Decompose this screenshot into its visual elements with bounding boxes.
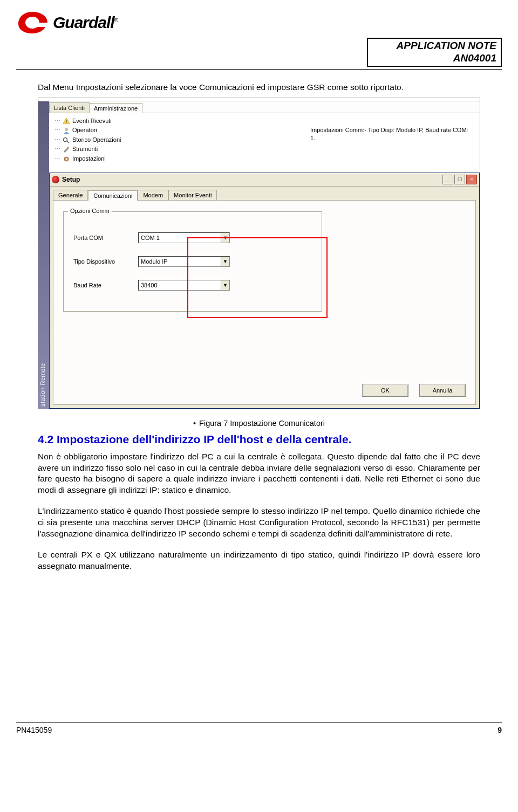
label-tipo-dispositivo: Tipo Dispositivo — [73, 258, 138, 265]
intro-paragraph: Dal Menu Impostazioni selezionare la voc… — [38, 82, 480, 92]
combo-tipo-dispositivo[interactable]: Modulo IP ▼ — [138, 256, 230, 267]
nav-tree: ⋯ ! Eventi Ricevuti ⋯ — [51, 116, 202, 169]
cancel-button[interactable]: Annulla — [419, 384, 466, 397]
tools-icon — [63, 146, 70, 153]
app-note-code: AN04001 — [372, 52, 496, 65]
label-baud-rate: Baud Rate — [73, 282, 138, 288]
ok-button[interactable]: OK — [362, 384, 408, 397]
section-heading: 4.2 Impostazione dell'indirizzo IP dell'… — [38, 433, 480, 446]
tab-comunicazioni[interactable]: Comunicazioni — [88, 190, 138, 201]
tab-lista-clienti[interactable]: Lista Clienti — [49, 102, 90, 113]
brand-logo-icon — [16, 11, 49, 35]
footer-page-number: 9 — [497, 726, 502, 734]
brand-text: Guardall — [53, 13, 114, 31]
setup-dialog: Setup _ □ × Generale Comunicazioni Modem — [49, 173, 480, 409]
tree-item-eventi[interactable]: ⋯ ! Eventi Ricevuti — [51, 116, 202, 126]
embedded-screenshot: station Remote Lista Clienti Amministraz… — [38, 98, 480, 409]
status-text: Impostazioni Comm:- Tipo Disp: Modulo IP… — [202, 116, 478, 169]
svg-point-0 — [25, 17, 39, 29]
body-para-3: Le centrali PX e QX utilizzano naturalme… — [38, 549, 480, 572]
setup-title: Setup — [62, 176, 442, 183]
body-para-2: L'indirizzamento statico è quando l'host… — [38, 506, 480, 540]
application-note-box: APPLICATION NOTE AN04001 — [367, 38, 502, 67]
side-ribbon: station Remote — [38, 101, 49, 409]
tab-amministrazione[interactable]: Amministrazione — [89, 103, 142, 113]
tree-label: Storico Operazioni — [72, 135, 121, 145]
combo-value: 38400 — [139, 281, 221, 290]
window-close-button[interactable]: × — [466, 175, 477, 184]
tree-item-impostazioni[interactable]: ⋯ Impostazioni — [51, 154, 202, 164]
svg-point-7 — [66, 158, 67, 160]
svg-text:!: ! — [66, 119, 67, 124]
warning-icon: ! — [63, 118, 70, 124]
svg-point-3 — [64, 137, 67, 141]
svg-line-4 — [67, 141, 69, 143]
chevron-down-icon[interactable]: ▼ — [221, 280, 229, 290]
app-note-label: APPLICATION NOTE — [372, 40, 496, 52]
user-icon — [63, 127, 70, 134]
window-maximize-button[interactable]: □ — [454, 175, 465, 184]
combo-baud-rate[interactable]: 38400 ▼ — [138, 280, 230, 291]
footer-rule — [16, 722, 502, 722]
tree-label: Impostazioni — [72, 154, 106, 164]
chevron-down-icon[interactable]: ▼ — [221, 233, 229, 243]
tree-item-strumenti[interactable]: ⋯ Strumenti — [51, 144, 202, 154]
setup-icon — [52, 176, 59, 183]
opzioni-comm-group: Opzioni Comm Porta COM COM 1 ▼ Tipo — [63, 211, 322, 312]
combo-value: Modulo IP — [139, 257, 221, 266]
footer-part-number: PN415059 — [16, 726, 52, 734]
caption-text: Figura 7 Impostazione Comunicatori — [193, 419, 325, 428]
groupbox-title: Opzioni Comm — [68, 208, 112, 214]
combo-value: COM 1 — [139, 233, 221, 242]
brand-name: Guardall® — [53, 13, 118, 32]
tree-item-operatori[interactable]: ⋯ Operatori — [51, 126, 202, 135]
tab-monitor-eventi[interactable]: Monitor Eventi — [168, 190, 217, 200]
logo-row: Guardall® — [16, 11, 502, 35]
outer-tabstrip: Lista Clienti Amministrazione — [49, 101, 480, 113]
tree-label: Strumenti — [72, 144, 98, 154]
window-minimize-button[interactable]: _ — [442, 175, 453, 184]
tab-modem[interactable]: Modem — [138, 190, 168, 200]
body-para-1: Non è obbligatorio impostare l'indirizzo… — [38, 451, 480, 497]
registered-mark: ® — [114, 17, 118, 23]
chevron-down-icon[interactable]: ▼ — [221, 257, 229, 266]
search-icon — [63, 137, 70, 143]
page-footer: PN415059 9 — [0, 722, 518, 734]
svg-point-2 — [65, 128, 68, 131]
gear-icon — [63, 156, 70, 162]
tree-item-storico[interactable]: ⋯ Storico Operazioni — [51, 135, 202, 145]
tree-label: Operatori — [72, 126, 97, 135]
tab-generale[interactable]: Generale — [53, 190, 88, 200]
combo-porta-com[interactable]: COM 1 ▼ — [138, 232, 230, 243]
svg-point-5 — [67, 147, 69, 149]
figure-caption: Figura 7 Impostazione Comunicatori — [38, 419, 480, 428]
label-porta-com: Porta COM — [73, 235, 138, 241]
tree-label: Eventi Ricevuti — [72, 116, 112, 126]
